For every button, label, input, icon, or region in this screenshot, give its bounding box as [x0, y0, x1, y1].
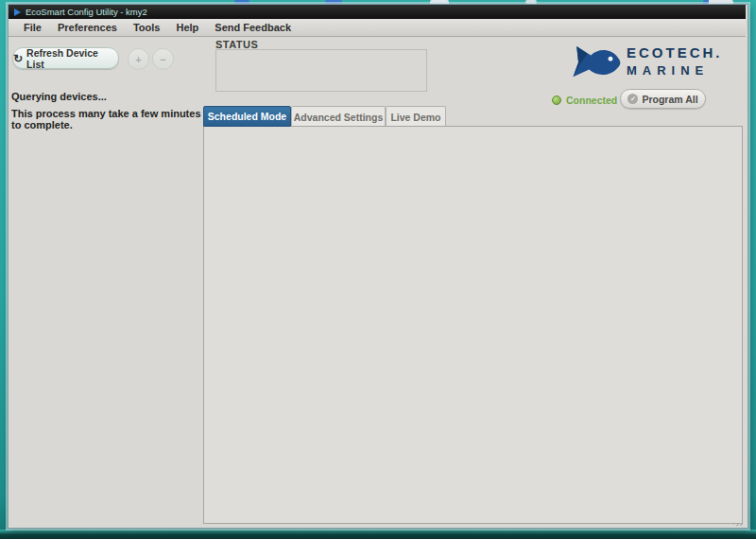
- status-box: [215, 49, 427, 92]
- refresh-device-list-button[interactable]: ↻ Refresh Device List: [12, 47, 119, 69]
- menu-bar: File Preferences Tools Help Send Feedbac…: [9, 19, 746, 37]
- ecotech-fish-logo-icon: [564, 40, 627, 87]
- menu-help[interactable]: Help: [176, 22, 198, 33]
- plus-icon: +: [135, 54, 141, 65]
- brand-line-ecotech: ECOTECH.: [627, 44, 723, 61]
- querying-note-text: This process many take a few minutes to …: [11, 108, 205, 130]
- connection-status: Connected: [552, 95, 617, 106]
- tab-advanced-settings[interactable]: Advanced Settings: [291, 106, 386, 127]
- window-title: EcoSmart Config Utility - kmy2: [26, 7, 147, 17]
- menu-send-feedback[interactable]: Send Feedback: [215, 22, 291, 33]
- tab-live-demo[interactable]: Live Demo: [386, 106, 446, 127]
- brand-line-marine: MARINE: [627, 63, 723, 78]
- add-device-button[interactable]: +: [128, 48, 149, 70]
- ecotech-marine-wordmark: ECOTECH. MARINE: [627, 44, 723, 78]
- remove-device-button[interactable]: −: [152, 48, 174, 70]
- menu-preferences[interactable]: Preferences: [58, 22, 117, 33]
- desktop-bottom-strip: [0, 530, 756, 539]
- title-bar[interactable]: EcoSmart Config Utility - kmy2: [9, 5, 746, 19]
- connected-dot-icon: [552, 96, 561, 105]
- app-icon: [14, 9, 21, 16]
- program-all-button[interactable]: ✓ Program All: [620, 89, 706, 109]
- check-circle-icon: ✓: [627, 94, 638, 104]
- minus-icon: −: [160, 54, 165, 65]
- connected-label: Connected: [566, 95, 617, 106]
- refresh-icon: ↻: [13, 52, 23, 65]
- menu-file[interactable]: File: [24, 22, 42, 33]
- program-all-label: Program All: [642, 94, 697, 105]
- scheduled-mode-panel: [203, 126, 743, 524]
- refresh-label: Refresh Device List: [26, 47, 118, 70]
- tab-scheduled-mode[interactable]: Scheduled Mode: [203, 106, 291, 127]
- menu-tools[interactable]: Tools: [133, 22, 161, 33]
- desktop: EcoSmart Config Utility - kmy2 File Pref…: [0, 0, 756, 539]
- querying-status-text: Querying devices...: [11, 91, 107, 102]
